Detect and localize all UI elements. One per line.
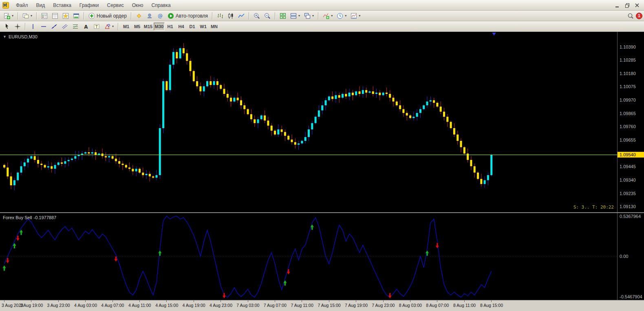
time-axis-label: 8 Aug 03:00	[399, 303, 422, 308]
time-axis-tick	[4, 300, 4, 302]
metaeditor-icon	[136, 13, 142, 19]
indicator-canvas[interactable]	[0, 213, 617, 300]
menu-item-window[interactable]: Окно	[128, 1, 147, 9]
arrows-shapes-button[interactable]: ▾	[102, 22, 116, 31]
menu-item-help[interactable]: Справка	[148, 1, 174, 9]
svg-text:A: A	[84, 24, 88, 29]
price-axis-label: 1.10180	[620, 71, 636, 76]
timeframe-m1[interactable]: M1	[121, 22, 132, 31]
time-axis-label: 8 Aug 15:00	[480, 303, 503, 308]
ind-plus-icon	[323, 13, 329, 19]
price-chart-area[interactable]: ▼ EURUSD,M30 S: 3.. T: 20:22	[0, 32, 617, 212]
price-axis-label: 1.09655	[620, 138, 636, 142]
time-axis-label: 8 Aug 11:00	[453, 303, 476, 308]
zoom-out-button[interactable]	[262, 11, 273, 20]
fibonacci-button[interactable]	[70, 22, 81, 31]
zoom-in-button[interactable]	[251, 11, 262, 20]
metaeditor-button[interactable]	[134, 11, 144, 20]
horizontal-line-button[interactable]	[38, 22, 49, 31]
caret-down-icon: ▾	[12, 14, 13, 18]
price-axis[interactable]: 1.09540 1.103901.102851.101801.100751.09…	[617, 32, 644, 212]
templates-button[interactable]: ▾	[348, 11, 362, 20]
text-label-button[interactable]: T	[91, 22, 102, 31]
timeframe-h1[interactable]: H1	[165, 22, 176, 31]
chart-candles-button[interactable]	[225, 11, 236, 20]
market-watch-button[interactable]	[39, 11, 50, 20]
terminal-button[interactable]	[71, 11, 82, 20]
autotrading-button[interactable]: Авто-торговля	[165, 11, 210, 20]
menu-item-service[interactable]: Сервис	[104, 1, 128, 9]
time-axis-tick	[302, 300, 302, 302]
menu-item-insert[interactable]: Вставка	[49, 1, 75, 9]
time-axis-label: 4 Aug 03:00	[74, 303, 97, 308]
price-axis-label: 1.09235	[620, 191, 636, 196]
candlestick-canvas[interactable]	[0, 32, 617, 212]
symbol-label: ▼ EURUSD,M30	[3, 34, 37, 39]
timeframe-m15[interactable]: M15	[143, 22, 154, 31]
time-axis-tick	[166, 300, 167, 302]
time-axis-label: 7 Aug 15:00	[318, 303, 341, 308]
cascade-icon	[304, 13, 311, 19]
notification-badge[interactable]: 1	[636, 13, 642, 19]
bars-icon	[217, 13, 223, 19]
trendline-button[interactable]	[49, 22, 60, 31]
chart-bars-button[interactable]	[215, 11, 225, 20]
time-axis-tick	[31, 300, 31, 302]
close-button[interactable]	[633, 1, 642, 9]
zoom-in-icon	[254, 13, 260, 19]
new-chart-button[interactable]: ▾	[2, 11, 15, 20]
minimize-button[interactable]	[613, 1, 622, 9]
experts-button[interactable]	[144, 11, 155, 20]
indicator-axis-label: 0.5367964	[620, 214, 641, 219]
new-order-button[interactable]: Новый ордер	[86, 11, 129, 20]
price-axis-label: 1.10390	[620, 44, 636, 49]
indicator-subwindow[interactable]: Forex Buy Sell-0.1977887	[0, 213, 617, 300]
chart-menu-arrow-icon[interactable]: ▼	[3, 35, 7, 39]
vertical-line-button[interactable]	[28, 22, 38, 31]
timeframe-d1[interactable]: D1	[187, 22, 198, 31]
chart-line-button[interactable]	[236, 11, 247, 20]
restore-button[interactable]	[623, 1, 632, 9]
arrange-windows-button[interactable]: ▾	[288, 11, 302, 20]
time-axis-tick	[410, 300, 410, 302]
menu-item-charts[interactable]: Графики	[76, 1, 103, 9]
time-axis[interactable]: 3 Aug 20233 Aug 19:003 Aug 23:004 Aug 03…	[0, 300, 644, 311]
time-axis-label: 7 Aug 23:00	[372, 303, 395, 308]
time-axis-tick	[112, 300, 113, 302]
timeframe-w1[interactable]: W1	[198, 22, 209, 31]
profiles-button[interactable]: ▾	[20, 11, 34, 20]
caret-down-icon: ▾	[112, 25, 114, 28]
timer-status-label: S: 3.. T: 20:22	[573, 204, 614, 210]
bid-price-label: 1.09540	[618, 152, 644, 158]
arrange-icon	[290, 13, 297, 19]
navigator-button[interactable]	[60, 11, 71, 20]
search-button[interactable]	[625, 11, 636, 20]
data-window-button[interactable]	[50, 11, 60, 20]
timeframe-mn[interactable]: MN	[209, 22, 220, 31]
cascade-windows-button[interactable]: ▾	[302, 11, 316, 20]
hline-icon	[40, 23, 47, 30]
channel-icon	[62, 23, 68, 30]
time-axis-label: 3 Aug 19:00	[20, 303, 43, 308]
timeframe-m30[interactable]: M30	[154, 22, 165, 31]
indicator-axis[interactable]: 0.53679640.00-0.5467904	[617, 213, 644, 300]
mt4-logo-icon	[2, 2, 9, 9]
market-watch-icon	[41, 13, 48, 19]
crosshair-button[interactable]	[12, 22, 23, 31]
timeframe-m5[interactable]: M5	[132, 22, 143, 31]
chart-shift-marker-icon[interactable]	[492, 33, 496, 36]
toolbar-separator	[18, 12, 18, 20]
svg-text:T: T	[95, 24, 98, 29]
price-axis-label: 1.10285	[620, 58, 636, 62]
cursor-button[interactable]	[2, 22, 12, 31]
periods-button[interactable]: ▾	[335, 11, 348, 20]
tile-windows-button[interactable]	[278, 11, 288, 20]
timeframe-h4[interactable]: H4	[176, 22, 187, 31]
text-button[interactable]: A	[81, 22, 91, 31]
indicators-button[interactable]: ▾	[321, 11, 335, 20]
menu-item-file[interactable]: Файл	[12, 1, 32, 9]
community-button[interactable]: @	[155, 11, 165, 20]
menu-item-view[interactable]: Вид	[33, 1, 49, 9]
toolbar-separator	[212, 12, 213, 20]
equidistant-channel-button[interactable]	[60, 22, 70, 31]
